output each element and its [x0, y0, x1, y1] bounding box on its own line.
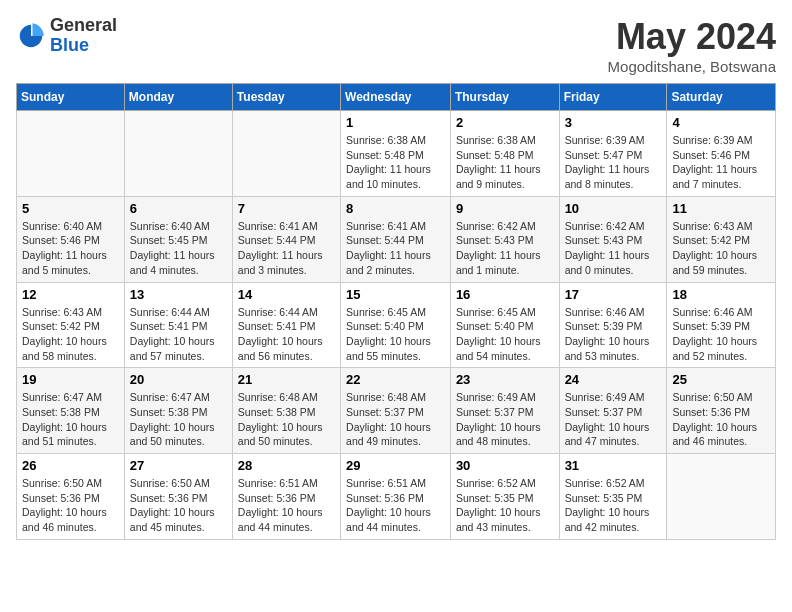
logo: General Blue — [16, 16, 117, 56]
calendar-cell: 1Sunrise: 6:38 AM Sunset: 5:48 PM Daylig… — [341, 111, 451, 197]
calendar-body: 1Sunrise: 6:38 AM Sunset: 5:48 PM Daylig… — [17, 111, 776, 540]
calendar-cell: 4Sunrise: 6:39 AM Sunset: 5:46 PM Daylig… — [667, 111, 776, 197]
day-info: Sunrise: 6:52 AM Sunset: 5:35 PM Dayligh… — [565, 476, 662, 535]
header-friday: Friday — [559, 84, 667, 111]
day-info: Sunrise: 6:51 AM Sunset: 5:36 PM Dayligh… — [238, 476, 335, 535]
day-number: 20 — [130, 372, 227, 387]
day-number: 25 — [672, 372, 770, 387]
day-number: 30 — [456, 458, 554, 473]
calendar-cell: 5Sunrise: 6:40 AM Sunset: 5:46 PM Daylig… — [17, 196, 125, 282]
day-info: Sunrise: 6:42 AM Sunset: 5:43 PM Dayligh… — [565, 219, 662, 278]
calendar-cell: 23Sunrise: 6:49 AM Sunset: 5:37 PM Dayli… — [450, 368, 559, 454]
header-tuesday: Tuesday — [232, 84, 340, 111]
calendar-cell: 6Sunrise: 6:40 AM Sunset: 5:45 PM Daylig… — [124, 196, 232, 282]
day-info: Sunrise: 6:48 AM Sunset: 5:38 PM Dayligh… — [238, 390, 335, 449]
calendar-cell: 21Sunrise: 6:48 AM Sunset: 5:38 PM Dayli… — [232, 368, 340, 454]
week-row-5: 26Sunrise: 6:50 AM Sunset: 5:36 PM Dayli… — [17, 454, 776, 540]
calendar-cell — [667, 454, 776, 540]
week-row-3: 12Sunrise: 6:43 AM Sunset: 5:42 PM Dayli… — [17, 282, 776, 368]
logo-blue-text: Blue — [50, 35, 89, 55]
day-number: 13 — [130, 287, 227, 302]
day-info: Sunrise: 6:39 AM Sunset: 5:46 PM Dayligh… — [672, 133, 770, 192]
day-info: Sunrise: 6:43 AM Sunset: 5:42 PM Dayligh… — [22, 305, 119, 364]
page-header: General Blue May 2024 Mogoditshane, Bots… — [16, 16, 776, 75]
calendar-cell — [124, 111, 232, 197]
header-monday: Monday — [124, 84, 232, 111]
calendar-cell: 14Sunrise: 6:44 AM Sunset: 5:41 PM Dayli… — [232, 282, 340, 368]
day-info: Sunrise: 6:41 AM Sunset: 5:44 PM Dayligh… — [238, 219, 335, 278]
day-info: Sunrise: 6:38 AM Sunset: 5:48 PM Dayligh… — [456, 133, 554, 192]
day-info: Sunrise: 6:47 AM Sunset: 5:38 PM Dayligh… — [130, 390, 227, 449]
day-number: 17 — [565, 287, 662, 302]
day-number: 19 — [22, 372, 119, 387]
calendar-cell: 9Sunrise: 6:42 AM Sunset: 5:43 PM Daylig… — [450, 196, 559, 282]
calendar-cell: 24Sunrise: 6:49 AM Sunset: 5:37 PM Dayli… — [559, 368, 667, 454]
location-text: Mogoditshane, Botswana — [608, 58, 776, 75]
header-saturday: Saturday — [667, 84, 776, 111]
header-wednesday: Wednesday — [341, 84, 451, 111]
week-row-1: 1Sunrise: 6:38 AM Sunset: 5:48 PM Daylig… — [17, 111, 776, 197]
day-number: 27 — [130, 458, 227, 473]
day-number: 4 — [672, 115, 770, 130]
day-number: 12 — [22, 287, 119, 302]
day-info: Sunrise: 6:49 AM Sunset: 5:37 PM Dayligh… — [456, 390, 554, 449]
day-number: 6 — [130, 201, 227, 216]
day-info: Sunrise: 6:44 AM Sunset: 5:41 PM Dayligh… — [130, 305, 227, 364]
calendar-header: SundayMondayTuesdayWednesdayThursdayFrid… — [17, 84, 776, 111]
day-info: Sunrise: 6:45 AM Sunset: 5:40 PM Dayligh… — [346, 305, 445, 364]
day-number: 29 — [346, 458, 445, 473]
day-info: Sunrise: 6:50 AM Sunset: 5:36 PM Dayligh… — [22, 476, 119, 535]
calendar-cell: 26Sunrise: 6:50 AM Sunset: 5:36 PM Dayli… — [17, 454, 125, 540]
day-number: 15 — [346, 287, 445, 302]
day-info: Sunrise: 6:39 AM Sunset: 5:47 PM Dayligh… — [565, 133, 662, 192]
day-number: 8 — [346, 201, 445, 216]
day-info: Sunrise: 6:41 AM Sunset: 5:44 PM Dayligh… — [346, 219, 445, 278]
day-info: Sunrise: 6:40 AM Sunset: 5:46 PM Dayligh… — [22, 219, 119, 278]
calendar-cell: 29Sunrise: 6:51 AM Sunset: 5:36 PM Dayli… — [341, 454, 451, 540]
day-number: 10 — [565, 201, 662, 216]
calendar-cell: 17Sunrise: 6:46 AM Sunset: 5:39 PM Dayli… — [559, 282, 667, 368]
calendar-cell: 12Sunrise: 6:43 AM Sunset: 5:42 PM Dayli… — [17, 282, 125, 368]
calendar-cell: 25Sunrise: 6:50 AM Sunset: 5:36 PM Dayli… — [667, 368, 776, 454]
day-number: 16 — [456, 287, 554, 302]
day-info: Sunrise: 6:50 AM Sunset: 5:36 PM Dayligh… — [130, 476, 227, 535]
logo-icon — [16, 21, 46, 51]
header-sunday: Sunday — [17, 84, 125, 111]
calendar-cell: 30Sunrise: 6:52 AM Sunset: 5:35 PM Dayli… — [450, 454, 559, 540]
calendar-cell: 31Sunrise: 6:52 AM Sunset: 5:35 PM Dayli… — [559, 454, 667, 540]
day-info: Sunrise: 6:46 AM Sunset: 5:39 PM Dayligh… — [672, 305, 770, 364]
day-number: 18 — [672, 287, 770, 302]
day-info: Sunrise: 6:49 AM Sunset: 5:37 PM Dayligh… — [565, 390, 662, 449]
calendar-cell: 10Sunrise: 6:42 AM Sunset: 5:43 PM Dayli… — [559, 196, 667, 282]
day-number: 22 — [346, 372, 445, 387]
day-info: Sunrise: 6:48 AM Sunset: 5:37 PM Dayligh… — [346, 390, 445, 449]
month-title: May 2024 — [608, 16, 776, 58]
header-thursday: Thursday — [450, 84, 559, 111]
day-number: 23 — [456, 372, 554, 387]
day-number: 21 — [238, 372, 335, 387]
day-info: Sunrise: 6:52 AM Sunset: 5:35 PM Dayligh… — [456, 476, 554, 535]
calendar-cell: 19Sunrise: 6:47 AM Sunset: 5:38 PM Dayli… — [17, 368, 125, 454]
calendar-cell: 3Sunrise: 6:39 AM Sunset: 5:47 PM Daylig… — [559, 111, 667, 197]
day-info: Sunrise: 6:42 AM Sunset: 5:43 PM Dayligh… — [456, 219, 554, 278]
calendar-cell — [232, 111, 340, 197]
week-row-4: 19Sunrise: 6:47 AM Sunset: 5:38 PM Dayli… — [17, 368, 776, 454]
day-number: 7 — [238, 201, 335, 216]
day-number: 2 — [456, 115, 554, 130]
calendar-cell: 28Sunrise: 6:51 AM Sunset: 5:36 PM Dayli… — [232, 454, 340, 540]
day-number: 31 — [565, 458, 662, 473]
day-number: 9 — [456, 201, 554, 216]
calendar-cell: 11Sunrise: 6:43 AM Sunset: 5:42 PM Dayli… — [667, 196, 776, 282]
day-number: 11 — [672, 201, 770, 216]
day-info: Sunrise: 6:46 AM Sunset: 5:39 PM Dayligh… — [565, 305, 662, 364]
day-info: Sunrise: 6:45 AM Sunset: 5:40 PM Dayligh… — [456, 305, 554, 364]
day-info: Sunrise: 6:43 AM Sunset: 5:42 PM Dayligh… — [672, 219, 770, 278]
calendar-cell: 8Sunrise: 6:41 AM Sunset: 5:44 PM Daylig… — [341, 196, 451, 282]
day-number: 3 — [565, 115, 662, 130]
calendar-cell: 13Sunrise: 6:44 AM Sunset: 5:41 PM Dayli… — [124, 282, 232, 368]
day-number: 24 — [565, 372, 662, 387]
logo-general-text: General — [50, 15, 117, 35]
title-block: May 2024 Mogoditshane, Botswana — [608, 16, 776, 75]
day-number: 5 — [22, 201, 119, 216]
day-info: Sunrise: 6:44 AM Sunset: 5:41 PM Dayligh… — [238, 305, 335, 364]
